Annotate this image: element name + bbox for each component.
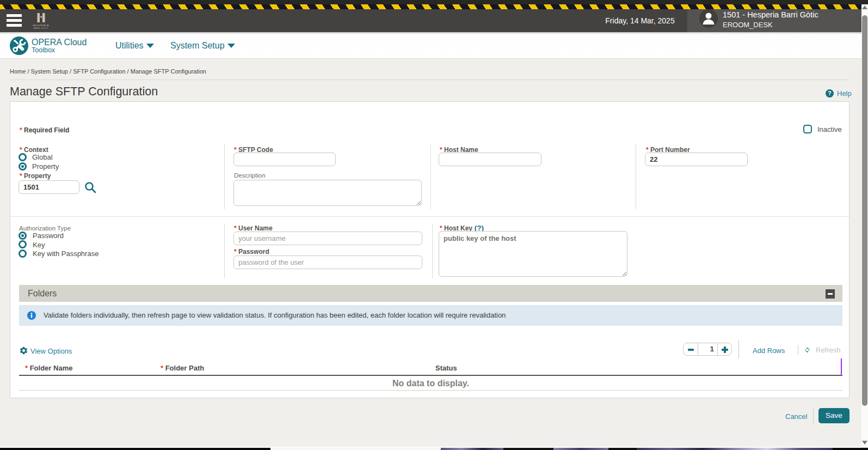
svg-text:BARRI GÒTIC: BARRI GÒTIC <box>34 27 48 29</box>
svg-text:?: ? <box>828 90 831 96</box>
svg-text:HESPERIA: HESPERIA <box>33 24 50 27</box>
